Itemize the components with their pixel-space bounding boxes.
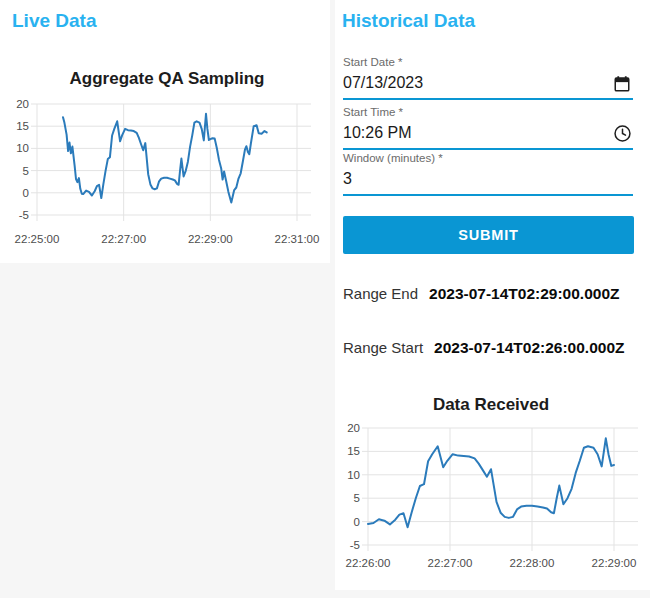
range-end-label: Range End (343, 285, 418, 302)
range-start-value: 2023-07-14T02:26:00.000Z (434, 339, 624, 357)
svg-text:0: 0 (23, 187, 29, 199)
live-chart: 20151050-522:25:0022:27:0022:29:0022:31:… (0, 55, 330, 255)
svg-text:22:29:00: 22:29:00 (592, 557, 637, 569)
svg-text:22:31:00: 22:31:00 (275, 233, 320, 245)
svg-text:15: 15 (16, 120, 29, 132)
clock-icon[interactable] (611, 123, 633, 145)
start-time-label: Start Time * (343, 106, 633, 118)
svg-text:10: 10 (347, 469, 360, 481)
svg-text:Aggregate QA Sampling: Aggregate QA Sampling (70, 69, 265, 88)
calendar-icon[interactable] (611, 73, 633, 95)
start-time-input[interactable] (343, 119, 611, 148)
svg-text:20: 20 (16, 98, 29, 110)
svg-text:22:25:00: 22:25:00 (15, 233, 60, 245)
svg-text:22:27:00: 22:27:00 (428, 557, 473, 569)
live-data-panel: Live Data 20151050-522:25:0022:27:0022:2… (0, 0, 330, 263)
svg-text:22:26:00: 22:26:00 (346, 557, 391, 569)
svg-text:-5: -5 (350, 539, 360, 551)
page: Live Data 20151050-522:25:0022:27:0022:2… (0, 0, 650, 598)
range-end-row: Range End 2023-07-14T02:29:00.000Z (343, 285, 620, 303)
svg-text:Data Received: Data Received (433, 395, 549, 414)
svg-text:10: 10 (16, 142, 29, 154)
historical-data-title: Historical Data (342, 10, 475, 32)
start-date-field: Start Date * (343, 56, 633, 100)
window-minutes-label: Window (minutes) * (343, 152, 633, 164)
svg-text:15: 15 (347, 445, 360, 457)
svg-text:22:29:00: 22:29:00 (188, 233, 233, 245)
svg-text:-5: -5 (19, 209, 29, 221)
svg-text:22:27:00: 22:27:00 (101, 233, 146, 245)
start-time-field: Start Time * (343, 106, 633, 150)
start-date-input[interactable] (343, 69, 611, 98)
svg-text:5: 5 (354, 492, 360, 504)
historical-chart: 20151050-522:26:0022:27:0022:28:0022:29:… (335, 385, 650, 585)
historical-data-panel: Historical Data Start Date * Start Time … (335, 0, 650, 590)
range-end-value: 2023-07-14T02:29:00.000Z (429, 285, 619, 303)
window-minutes-input[interactable] (343, 165, 633, 194)
svg-text:22:28:00: 22:28:00 (510, 557, 555, 569)
live-data-title: Live Data (12, 10, 96, 32)
range-start-label: Range Start (343, 339, 423, 356)
svg-text:0: 0 (354, 516, 360, 528)
svg-text:20: 20 (347, 422, 360, 434)
window-minutes-field: Window (minutes) * (343, 152, 633, 196)
range-start-row: Range Start 2023-07-14T02:26:00.000Z (343, 339, 624, 357)
submit-button[interactable]: SUBMIT (343, 216, 634, 254)
svg-text:5: 5 (23, 165, 29, 177)
start-date-label: Start Date * (343, 56, 633, 68)
